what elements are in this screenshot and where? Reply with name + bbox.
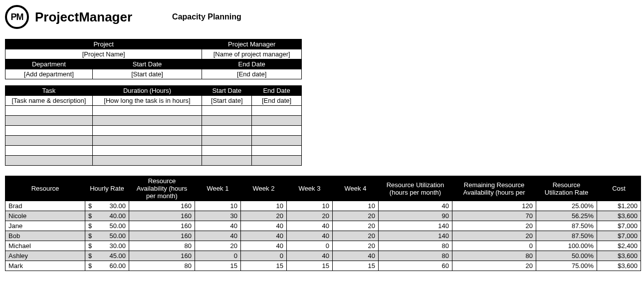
task-cell[interactable] [202, 106, 252, 116]
task-end-placeholder[interactable]: [End date] [252, 96, 302, 106]
cost-cell[interactable]: $3,600 [597, 211, 641, 221]
task-cell[interactable] [5, 106, 93, 116]
utilization-cell[interactable]: 140 [379, 231, 452, 241]
resource-name-cell[interactable]: Mark [5, 261, 85, 271]
week4-cell[interactable]: 20 [333, 211, 379, 221]
task-cell[interactable] [202, 146, 252, 156]
rate-symbol-cell[interactable]: $ [85, 201, 97, 211]
end-date-cell[interactable]: [End date] [202, 69, 302, 79]
remaining-cell[interactable]: 0 [452, 241, 536, 251]
task-cell[interactable] [252, 136, 302, 146]
week1-cell[interactable]: 10 [195, 201, 241, 211]
cost-cell[interactable]: $3,600 [597, 261, 641, 271]
week1-cell[interactable]: 15 [195, 261, 241, 271]
utilization-rate-cell[interactable]: 50.00% [536, 251, 597, 261]
avail-cell[interactable]: 160 [129, 221, 195, 231]
task-cell[interactable] [252, 106, 302, 116]
remaining-cell[interactable]: 20 [452, 261, 536, 271]
week3-cell[interactable]: 10 [287, 201, 333, 211]
avail-cell[interactable]: 160 [129, 231, 195, 241]
task-cell[interactable] [5, 156, 93, 166]
week4-cell[interactable]: 15 [333, 261, 379, 271]
week2-cell[interactable]: 40 [241, 221, 287, 231]
rate-symbol-cell[interactable]: $ [85, 261, 97, 271]
week3-cell[interactable]: 40 [287, 221, 333, 231]
week1-cell[interactable]: 40 [195, 231, 241, 241]
task-cell[interactable] [252, 146, 302, 156]
avail-cell[interactable]: 80 [129, 241, 195, 251]
remaining-cell[interactable]: 80 [452, 251, 536, 261]
utilization-rate-cell[interactable]: 87.50% [536, 231, 597, 241]
rate-value-cell[interactable]: 50.00 [96, 231, 129, 241]
remaining-cell[interactable]: 70 [452, 211, 536, 221]
cost-cell[interactable]: $7,000 [597, 231, 641, 241]
utilization-rate-cell[interactable]: 75.00% [536, 261, 597, 271]
utilization-cell[interactable]: 60 [379, 261, 452, 271]
resource-name-cell[interactable]: Bob [5, 231, 85, 241]
utilization-rate-cell[interactable]: 87.50% [536, 221, 597, 231]
week1-cell[interactable]: 0 [195, 251, 241, 261]
task-duration-placeholder[interactable]: [How long the task is in hours] [92, 96, 202, 106]
resource-name-cell[interactable]: Michael [5, 241, 85, 251]
week3-cell[interactable]: 40 [287, 251, 333, 261]
rate-value-cell[interactable]: 30.00 [96, 241, 129, 251]
remaining-cell[interactable]: 20 [452, 231, 536, 241]
cost-cell[interactable]: $3,600 [597, 251, 641, 261]
rate-value-cell[interactable]: 45.00 [96, 251, 129, 261]
task-cell[interactable] [92, 106, 202, 116]
resource-name-cell[interactable]: Brad [5, 201, 85, 211]
rate-symbol-cell[interactable]: $ [85, 251, 97, 261]
avail-cell[interactable]: 160 [129, 251, 195, 261]
rate-value-cell[interactable]: 40.00 [96, 211, 129, 221]
task-cell[interactable] [92, 116, 202, 126]
week4-cell[interactable]: 10 [333, 201, 379, 211]
task-cell[interactable] [92, 136, 202, 146]
rate-value-cell[interactable]: 60.00 [96, 261, 129, 271]
week1-cell[interactable]: 40 [195, 221, 241, 231]
rate-symbol-cell[interactable]: $ [85, 231, 97, 241]
utilization-cell[interactable]: 80 [379, 251, 452, 261]
utilization-rate-cell[interactable]: 25.00% [536, 201, 597, 211]
week3-cell[interactable]: 0 [287, 241, 333, 251]
rate-value-cell[interactable]: 50.00 [96, 221, 129, 231]
week3-cell[interactable]: 40 [287, 231, 333, 241]
week4-cell[interactable]: 20 [333, 221, 379, 231]
remaining-cell[interactable]: 20 [452, 221, 536, 231]
task-cell[interactable] [92, 156, 202, 166]
utilization-cell[interactable]: 80 [379, 241, 452, 251]
avail-cell[interactable]: 160 [129, 201, 195, 211]
task-cell[interactable] [5, 146, 93, 156]
task-cell[interactable] [202, 136, 252, 146]
rate-symbol-cell[interactable]: $ [85, 211, 97, 221]
cost-cell[interactable]: $1,200 [597, 201, 641, 211]
task-cell[interactable] [5, 126, 93, 136]
week1-cell[interactable]: 20 [195, 241, 241, 251]
rate-value-cell[interactable]: 30.00 [96, 201, 129, 211]
remaining-cell[interactable]: 120 [452, 201, 536, 211]
task-cell[interactable] [5, 136, 93, 146]
task-cell[interactable] [92, 146, 202, 156]
utilization-rate-cell[interactable]: 100.00% [536, 241, 597, 251]
project-name-cell[interactable]: [Project Name] [5, 49, 202, 59]
resource-name-cell[interactable]: Jane [5, 221, 85, 231]
avail-cell[interactable]: 80 [129, 261, 195, 271]
week2-cell[interactable]: 40 [241, 231, 287, 241]
task-cell[interactable] [202, 116, 252, 126]
week1-cell[interactable]: 30 [195, 211, 241, 221]
start-date-cell[interactable]: [Start date] [92, 69, 202, 79]
avail-cell[interactable]: 160 [129, 211, 195, 221]
resource-name-cell[interactable]: Ashley [5, 251, 85, 261]
week4-cell[interactable]: 40 [333, 251, 379, 261]
utilization-cell[interactable]: 140 [379, 221, 452, 231]
task-cell[interactable] [252, 156, 302, 166]
task-start-placeholder[interactable]: [Start date] [202, 96, 252, 106]
cost-cell[interactable]: $7,000 [597, 221, 641, 231]
week3-cell[interactable]: 15 [287, 261, 333, 271]
dept-cell[interactable]: [Add department] [5, 69, 93, 79]
task-cell[interactable] [202, 126, 252, 136]
week2-cell[interactable]: 15 [241, 261, 287, 271]
rate-symbol-cell[interactable]: $ [85, 241, 97, 251]
task-name-placeholder[interactable]: [Task name & description] [5, 96, 93, 106]
week4-cell[interactable]: 20 [333, 241, 379, 251]
utilization-rate-cell[interactable]: 56.25% [536, 211, 597, 221]
